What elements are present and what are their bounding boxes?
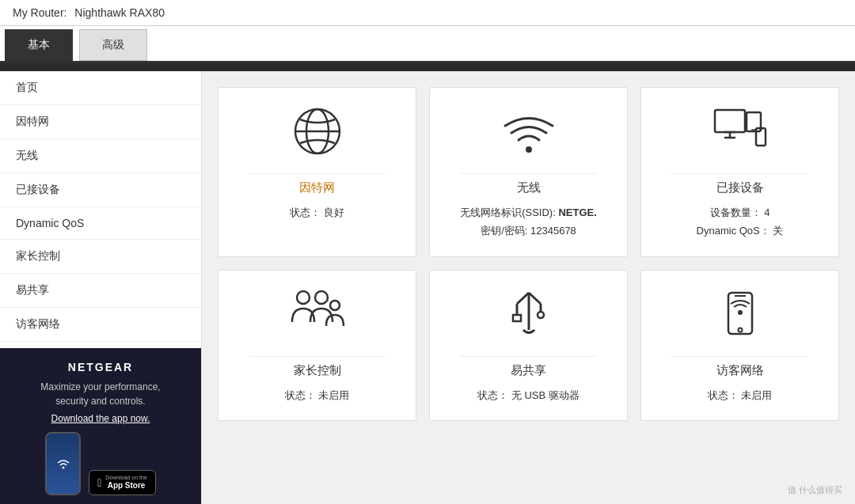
nav-bar xyxy=(0,63,855,71)
device-count-label: 设备数量： xyxy=(710,207,762,218)
readyshare-title: 易共享 xyxy=(511,363,546,378)
card-divider xyxy=(671,356,809,357)
family-icon xyxy=(286,286,349,342)
qos-value: 关 xyxy=(773,225,783,237)
tabs-container: 基本 高级 xyxy=(0,26,855,63)
dashboard-grid: 因特网 状态： 良好 无线 xyxy=(218,87,839,421)
tab-basic[interactable]: 基本 xyxy=(5,29,73,61)
internet-status-label: 状态： xyxy=(290,207,321,218)
ssid-label: 无线网络标识(SSID): xyxy=(460,207,556,218)
download-on-label: Download on the xyxy=(105,475,147,481)
device-count-value: 4 xyxy=(764,207,770,218)
sidebar-item-parental-controls[interactable]: 家长控制 xyxy=(0,240,201,274)
phone-area:  Download on the App Store xyxy=(13,432,188,495)
connected-devices-title: 已接设备 xyxy=(716,180,764,195)
readyshare-status-label: 状态： xyxy=(477,389,508,401)
sidebar-nav: 首页 因特网 无线 已接设备 Dynamic QoS 家长控制 易共享 访客网络 xyxy=(0,71,201,348)
ssid-value: NETGE. xyxy=(558,207,596,218)
guest-network-card[interactable]: 访客网络 状态： 未启用 xyxy=(640,270,839,421)
guest-network-info: 状态： 未启用 xyxy=(708,386,773,404)
password-label: 密钥/密码: xyxy=(481,225,527,237)
svg-point-25 xyxy=(738,328,742,332)
sidebar-item-wireless[interactable]: 无线 xyxy=(0,139,201,173)
parental-controls-info: 状态： 未启用 xyxy=(285,386,350,404)
parental-controls-title: 家长控制 xyxy=(294,363,341,378)
parental-controls-card[interactable]: 家长控制 状态： 未启用 xyxy=(218,270,416,421)
sidebar-item-guest-network[interactable]: 访客网络 xyxy=(0,308,201,342)
svg-point-14 xyxy=(315,291,328,304)
my-router-label: My Router: xyxy=(13,6,66,19)
wireless-card[interactable]: 无线 无线网络标识(SSID): NETGE. 密钥/密码: 12345678 xyxy=(429,87,628,257)
guest-status-label: 状态： xyxy=(708,389,739,401)
download-app-link[interactable]: Download the app now. xyxy=(13,413,188,424)
readyshare-status-value: 无 USB 驱动器 xyxy=(511,389,580,401)
sidebar-item-home[interactable]: 首页 xyxy=(0,71,201,105)
qos-label: Dynamic QoS： xyxy=(697,225,770,237)
sidebar: 首页 因特网 无线 已接设备 Dynamic QoS 家长控制 易共享 访客网络… xyxy=(0,71,202,504)
svg-rect-20 xyxy=(513,315,521,321)
card-divider xyxy=(460,356,598,357)
readyshare-info: 状态： 无 USB 驱动器 xyxy=(477,386,580,404)
appstore-button[interactable]:  Download on the App Store xyxy=(89,470,156,495)
svg-point-4 xyxy=(526,146,532,153)
svg-line-18 xyxy=(529,293,541,304)
parental-status-label: 状态： xyxy=(285,389,316,401)
promo-line1: Maximize your performance, xyxy=(40,381,160,392)
appstore-label: App Store xyxy=(105,481,147,491)
watermark: 值 什么值得买 xyxy=(788,484,842,496)
guest-status-value: 未启用 xyxy=(741,389,772,401)
card-divider xyxy=(460,173,598,174)
wifi-icon xyxy=(501,104,557,159)
sidebar-item-connected-devices[interactable]: 已接设备 xyxy=(0,173,201,207)
netgear-logo: NETGEAR xyxy=(13,361,188,373)
wireless-card-info: 无线网络标识(SSID): NETGE. 密钥/密码: 12345678 xyxy=(460,203,597,241)
parental-status-value: 未启用 xyxy=(318,389,349,401)
card-divider xyxy=(249,173,386,174)
globe-icon xyxy=(290,104,345,159)
main-layout: 首页 因特网 无线 已接设备 Dynamic QoS 家长控制 易共享 访客网络… xyxy=(0,71,855,504)
appstore-btn-text: Download on the App Store xyxy=(105,475,147,491)
promo-line2: security and controls. xyxy=(55,396,145,407)
svg-point-22 xyxy=(538,312,544,318)
internet-card-title: 因特网 xyxy=(299,180,335,195)
guest-network-icon xyxy=(712,286,768,342)
usb-icon xyxy=(501,286,557,342)
phone-mockup xyxy=(45,432,81,495)
devices-icon xyxy=(709,104,772,159)
phone-screen-icon xyxy=(55,456,71,472)
wireless-card-title: 无线 xyxy=(517,180,541,195)
phone-screen xyxy=(47,434,79,494)
connected-devices-card[interactable]: 已接设备 设备数量： 4 Dynamic QoS： 关 xyxy=(640,87,839,257)
router-name: Nighthawk RAX80 xyxy=(74,6,165,19)
svg-line-17 xyxy=(517,293,529,304)
svg-point-13 xyxy=(297,291,310,304)
svg-point-15 xyxy=(330,301,340,310)
svg-point-26 xyxy=(738,310,743,315)
guest-network-title: 访客网络 xyxy=(716,363,764,378)
sidebar-item-readyshare[interactable]: 易共享 xyxy=(0,274,201,308)
tab-advanced[interactable]: 高级 xyxy=(79,29,147,61)
password-value: 12345678 xyxy=(530,225,576,237)
readyshare-card[interactable]: 易共享 状态： 无 USB 驱动器 xyxy=(429,270,628,421)
connected-devices-info: 设备数量： 4 Dynamic QoS： 关 xyxy=(697,203,784,241)
header: My Router: Nighthawk RAX80 xyxy=(0,0,855,26)
svg-rect-5 xyxy=(715,110,745,132)
card-divider xyxy=(671,173,809,174)
internet-card-info: 状态： 良好 xyxy=(290,203,344,222)
svg-point-0 xyxy=(62,467,64,469)
promo-text: Maximize your performance, security and … xyxy=(13,380,188,408)
sidebar-item-internet[interactable]: 因特网 xyxy=(0,105,201,139)
sidebar-promo: NETGEAR Maximize your performance, secur… xyxy=(0,348,201,504)
content-area: 因特网 状态： 良好 无线 xyxy=(202,71,855,504)
internet-card[interactable]: 因特网 状态： 良好 xyxy=(218,87,416,257)
card-divider xyxy=(249,356,386,357)
internet-status-value: 良好 xyxy=(324,207,344,218)
apple-icon:  xyxy=(97,476,101,489)
sidebar-item-dynamic-qos[interactable]: Dynamic QoS xyxy=(0,207,201,240)
